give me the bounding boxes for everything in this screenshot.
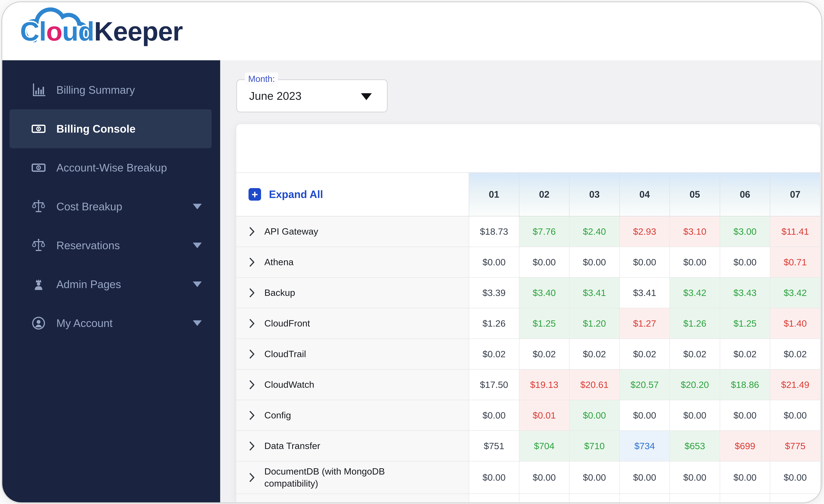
cost-cell: $710: [569, 431, 619, 461]
logo-text-o: o: [46, 18, 62, 45]
sidebar-item-reservations[interactable]: Reservations: [10, 226, 212, 265]
cost-cell: $2.40: [569, 217, 619, 247]
cost-cell: $3.42: [670, 278, 720, 308]
table-row: CloudWatch$17.50$19.13$20.61$20.57$20.20…: [236, 370, 820, 400]
chevron-right-icon[interactable]: [249, 410, 255, 420]
cost-cell: $3.10: [670, 217, 720, 247]
chevron-right-icon[interactable]: [249, 227, 255, 237]
month-select-label: Month:: [245, 73, 278, 85]
service-row-toggle[interactable]: Backup: [236, 278, 469, 308]
chevron-right-icon[interactable]: [249, 380, 255, 390]
table-row: CloudTrail$0.02$0.02$0.02$0.02$0.02$0.02…: [236, 339, 820, 370]
service-row-toggle[interactable]: Athena: [236, 247, 469, 277]
cost-cell: $1.40: [770, 308, 820, 339]
billing-table-card: + Expand All 01020304050607 API Gateway$…: [236, 124, 820, 502]
day-column-header: 06: [720, 173, 770, 216]
chevron-right-icon[interactable]: [249, 288, 255, 298]
filter-bar: Month: June 2023: [220, 60, 821, 112]
cost-cell: $0.00: [469, 462, 519, 493]
service-row-toggle[interactable]: API Gateway: [236, 217, 469, 247]
sidebar-item-label: My Account: [57, 317, 113, 330]
sidebar-item-billing-summary[interactable]: Billing Summary: [10, 71, 212, 109]
cost-cell: $0.00: [670, 247, 720, 277]
sidebar-item-label: Account-Wise Breakup: [57, 161, 167, 174]
cost-cell: $0.00: [519, 462, 569, 493]
month-select[interactable]: Month: June 2023: [236, 80, 388, 112]
cost-cell: $3.42: [770, 278, 820, 308]
service-row-toggle[interactable]: Data Transfer: [236, 431, 469, 461]
cost-cell: [469, 494, 519, 502]
table-toolbar-spacer: [236, 124, 820, 173]
cost-cell: $18.73: [469, 217, 519, 247]
sidebar-item-label: Billing Console: [57, 123, 135, 135]
cost-cell: $0.02: [519, 339, 569, 369]
cost-cell: $3.41: [569, 278, 619, 308]
sidebar-item-admin-pages[interactable]: Admin Pages: [10, 265, 212, 304]
table-row: Data Transfer$751$704$710$734$653$699$77…: [236, 431, 820, 462]
service-row-toggle[interactable]: Config: [236, 400, 469, 430]
chevron-right-icon[interactable]: [249, 319, 255, 329]
cost-cell: $20.20: [670, 370, 720, 400]
cost-cell: $751: [469, 431, 519, 461]
expand-all-button[interactable]: + Expand All: [236, 173, 469, 216]
day-column-header: 07: [770, 173, 820, 216]
cost-cell: $653: [670, 431, 720, 461]
cost-cell: [670, 494, 720, 502]
cost-cell: $704: [519, 431, 569, 461]
cost-cell: $0.00: [619, 247, 670, 277]
cost-cell: $3.41: [619, 278, 670, 308]
cost-cell: $3.40: [519, 278, 569, 308]
scale-icon: [31, 238, 46, 253]
cost-cell: [519, 494, 569, 502]
chevron-down-icon: [193, 321, 202, 326]
service-name: Data Transfer: [264, 440, 320, 452]
plus-square-icon[interactable]: +: [248, 188, 261, 201]
cost-cell: $1.26: [670, 308, 720, 339]
cost-cell: $3.00: [720, 217, 770, 247]
cost-cell: [720, 494, 770, 502]
table-row: Config$0.00$0.01$0.00$0.00$0.00$0.00$0.0…: [236, 400, 820, 431]
service-row-toggle[interactable]: DocumentDB (with MongoDB compatibility): [236, 462, 469, 493]
day-column-header: 01: [469, 173, 519, 216]
service-name: DocumentDB (with MongoDB compatibility): [264, 466, 409, 490]
sidebar-item-my-account[interactable]: My Account: [10, 304, 212, 343]
cost-cell: $0.02: [670, 339, 720, 369]
cost-cell: $1.26: [469, 308, 519, 339]
chevron-right-icon[interactable]: [249, 441, 255, 451]
service-name: CloudWatch: [264, 379, 314, 391]
sidebar-item-billing-console[interactable]: Billing Console: [10, 109, 212, 148]
cost-cell: $775: [770, 431, 820, 461]
cost-cell: $0.02: [770, 339, 820, 369]
chevron-right-icon[interactable]: [249, 472, 255, 483]
app-window: Cl o ud Keeper Billing SummaryBilling Co…: [1, 1, 822, 503]
service-row-toggle[interactable]: CloudWatch: [236, 370, 469, 400]
cost-cell: $20.57: [619, 370, 670, 400]
sidebar-item-cost-breakup[interactable]: Cost Breakup: [10, 187, 212, 226]
user-circle-icon: [31, 316, 46, 331]
cost-cell: [619, 494, 670, 502]
caret-down-icon[interactable]: [361, 93, 372, 100]
cost-cell: $18.86: [720, 370, 770, 400]
chevron-down-icon: [193, 204, 202, 209]
day-column-header: 03: [569, 173, 619, 216]
month-select-value: June 2023: [237, 90, 302, 102]
chevron-right-icon[interactable]: [249, 349, 255, 359]
cost-cell: $0.00: [770, 462, 820, 493]
banknote-icon: [31, 160, 46, 175]
cost-cell: $0.00: [619, 400, 670, 430]
cost-cell: $0.00: [720, 247, 770, 277]
sidebar-item-label: Reservations: [57, 239, 120, 252]
cost-cell: $0.00: [670, 462, 720, 493]
banknote-icon: [31, 121, 46, 136]
scale-icon: [31, 199, 46, 214]
cost-cell: $7.76: [519, 217, 569, 247]
service-row-toggle[interactable]: CloudFront: [236, 308, 469, 339]
main-content: Month: June 2023 + Expand All 0102030405…: [220, 60, 821, 502]
service-row-toggle[interactable]: CloudTrail: [236, 339, 469, 369]
logo-text-keeper: Keeper: [94, 18, 183, 45]
service-row-toggle: [236, 494, 469, 502]
chevron-right-icon[interactable]: [249, 257, 255, 267]
sidebar-item-account-wise-breakup[interactable]: Account-Wise Breakup: [10, 148, 212, 187]
table-body: API Gateway$18.73$7.76$2.40$2.93$3.10$3.…: [236, 217, 820, 502]
admin-icon: [31, 277, 46, 292]
